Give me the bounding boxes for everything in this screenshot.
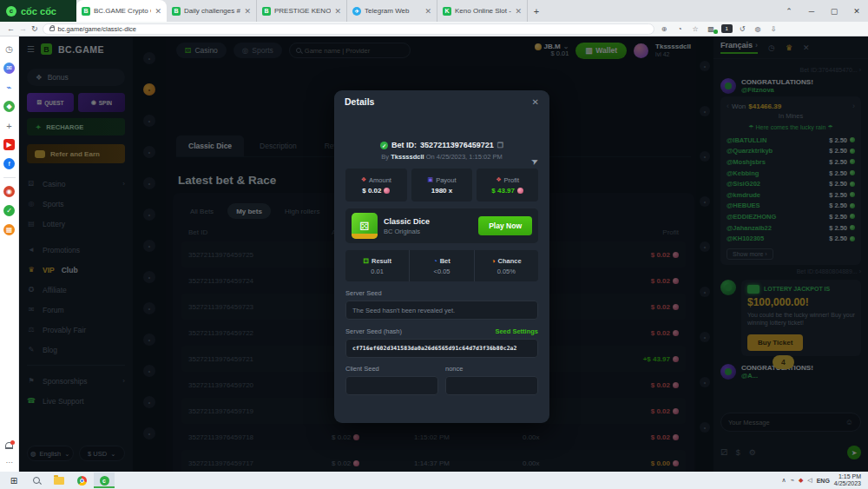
amount-coins-icon: ❖ — [361, 176, 366, 183]
tab-close-icon[interactable]: ✕ — [155, 7, 161, 16]
tab-prestige-keno[interactable]: B PRESTIGE KENO - Français - ✕ — [257, 0, 347, 22]
server-seed-hash-field[interactable]: cf716ef602d341583da0a26d6565d91c64d7d3f3… — [345, 339, 538, 358]
adblock-icon[interactable]: ▩ — [706, 25, 717, 33]
history-icon[interactable]: ◷ — [3, 43, 15, 55]
downloads-icon[interactable]: ⇩ — [768, 25, 779, 33]
game-provider: BC Originals — [384, 228, 430, 235]
result-col: ⚃Result 0.01 — [345, 250, 410, 281]
address-bar[interactable]: bc.game/game/classic-dice — [43, 23, 654, 35]
game-card: ⚄ Classic Dice BC Originals Play Now — [345, 208, 538, 243]
forward-icon[interactable]: → — [19, 24, 27, 33]
bet-details-modal: Details ✕ ➤ ✓ Bet ID: 35272113976459721 … — [334, 90, 549, 423]
minimize-button[interactable]: ─ — [800, 0, 823, 22]
bcgame-favicon: B — [262, 7, 271, 16]
coccoc-brand-label: cốc cốc — [21, 6, 56, 17]
more-icon[interactable]: ⋯ — [3, 457, 15, 468]
keno-favicon: K — [443, 7, 451, 16]
file-explorer-icon[interactable] — [49, 472, 69, 488]
tab-bcgame[interactable]: B BC.GAME Crypto Casino Ga ✕ — [76, 0, 167, 22]
result-dice-icon: ⚃ — [363, 257, 369, 265]
youtube-icon[interactable]: ▶ — [3, 139, 15, 150]
workspace-icon[interactable]: ⌃ — [778, 0, 800, 22]
bet-username: Tkssssdcll — [391, 153, 424, 161]
screen: c cốc cốc B BC.GAME Crypto Casino Ga ✕ B… — [0, 0, 868, 489]
shopping-icon[interactable]: ▦ — [3, 224, 15, 235]
taskbar-search-icon[interactable] — [26, 472, 47, 488]
save-page-icon[interactable]: ⊕ — [659, 25, 670, 33]
window-controls: ⌃ ─ ▢ ✕ — [778, 0, 868, 22]
tab-daily-challenges[interactable]: B Daily challenges #220 - Flas ✕ — [167, 0, 257, 22]
tray-network-icon[interactable]: ⌁ — [791, 477, 794, 484]
token-coin-icon — [384, 188, 390, 194]
shield-icon[interactable]: ✓ — [3, 205, 15, 216]
taskbar-clock[interactable]: 1:15 PM 4/25/2023 — [834, 473, 865, 488]
client-seed-label: Client Seed — [345, 365, 379, 373]
classic-dice-thumbnail[interactable]: ⚄ — [352, 213, 378, 239]
tab-close-icon[interactable]: ✕ — [334, 7, 341, 16]
coccoc-sidebar: ◷ ✉ ⌁ ◆ + ▶ f ◉ ✓ ▦ ⋯ — [0, 36, 19, 472]
tab-close-icon[interactable]: ✕ — [515, 7, 522, 16]
tab-close-icon[interactable]: ✕ — [424, 7, 431, 16]
share-icon[interactable]: ➤ — [529, 155, 540, 168]
stat-amount: ❖Amount $ 0.02 — [345, 169, 407, 202]
start-button[interactable]: ⊞ — [3, 472, 24, 488]
media-icon[interactable]: ◔ — [674, 25, 686, 33]
tray-volume-icon[interactable]: ◁ — [807, 477, 812, 484]
bet-id-line: ✓ Bet ID: 35272113976459721 ❐ — [345, 141, 538, 149]
nonce-field[interactable] — [445, 376, 538, 395]
bcgame-favicon: B — [172, 7, 181, 16]
verified-icon: ✓ — [380, 142, 388, 149]
coccoc-logo-icon: c — [6, 6, 16, 17]
server-seed-hash-label: Server Seed (hash) — [345, 327, 402, 335]
server-seed-label: Server Seed — [345, 289, 382, 297]
bcgame-favicon: B — [82, 7, 90, 16]
add-icon[interactable]: + — [3, 120, 15, 131]
url-text[interactable]: bc.game/game/classic-dice — [58, 25, 136, 33]
tray-chevron-icon[interactable]: ∧ — [782, 477, 786, 484]
chrome-icon[interactable] — [71, 472, 92, 488]
facebook-icon[interactable]: f — [3, 158, 15, 169]
bookmark-star-icon[interactable]: ☆ — [690, 25, 701, 33]
update-icon[interactable]: ↺ — [737, 25, 748, 33]
browser-tabbar: c cốc cốc B BC.GAME Crypto Casino Ga ✕ B… — [0, 0, 868, 22]
tab-telegram[interactable]: ✈ Telegram Web ✕ — [347, 0, 437, 22]
bet-id-value: 35272113976459721 — [420, 141, 494, 149]
notification-bell-icon[interactable] — [5, 442, 13, 449]
messenger-icon[interactable]: ✉ — [3, 63, 15, 74]
profile-icon[interactable]: ◍ — [753, 25, 764, 33]
stat-payout: ▣Payout 1980 x — [411, 169, 473, 202]
copy-icon[interactable]: ❐ — [497, 142, 503, 149]
system-tray: ∧ ⌁ ◆ ◁ ENG 1:15 PM 4/25/2023 — [782, 473, 865, 488]
games-icon[interactable]: ◆ — [3, 101, 15, 112]
extension-icon[interactable]: 1 — [721, 24, 733, 33]
coccoc-taskbar-icon[interactable]: c — [94, 472, 115, 488]
language-indicator[interactable]: ENG — [817, 478, 830, 484]
modal-close-icon[interactable]: ✕ — [532, 97, 539, 107]
tab-close-icon[interactable]: ✕ — [244, 7, 251, 16]
lock-icon — [49, 27, 55, 31]
server-seed-field[interactable]: The Seed hasn't been revealed yet. — [345, 301, 538, 320]
browser-toolbar: ← → ↻ bc.game/game/classic-dice ⊕ ◔ ☆ ▩ … — [0, 22, 868, 36]
stat-profit: ❖Profit $ 43.97 — [477, 169, 538, 202]
telegram-favicon: ✈ — [352, 7, 361, 16]
maximize-button[interactable]: ▢ — [823, 0, 845, 22]
seed-settings-link[interactable]: Seed Settings — [495, 327, 538, 335]
reload-icon[interactable]: ↻ — [31, 24, 38, 33]
feed-icon[interactable]: ⌁ — [3, 82, 15, 93]
coccoc-brand[interactable]: c cốc cốc — [0, 0, 76, 22]
close-button[interactable]: ✕ — [845, 0, 868, 22]
token-coin-icon — [517, 188, 523, 194]
chance-col: ◑Chance 0.05% — [475, 250, 538, 281]
play-now-button[interactable]: Play Now — [478, 216, 532, 235]
news-icon[interactable]: ◉ — [3, 186, 15, 197]
tab-keno-slot[interactable]: K Keno Online Slot - Play onlin ✕ — [437, 0, 528, 22]
tray-app-icon[interactable]: ◆ — [799, 477, 803, 484]
modal-title: Details — [345, 96, 374, 107]
bet-results: ⚃Result 0.01 ◔Bet <0.05 ◑Chance 0.05% — [345, 250, 538, 281]
back-icon[interactable]: ← — [7, 24, 15, 33]
new-tab-button[interactable]: + — [528, 0, 545, 22]
windows-taskbar: ⊞ c ∧ ⌁ ◆ ◁ ENG 1:15 PM 4/25/2023 — [0, 472, 868, 489]
client-seed-field[interactable] — [345, 376, 438, 395]
payout-icon: ▣ — [428, 176, 434, 183]
bet-col: ◔Bet <0.05 — [410, 250, 474, 281]
